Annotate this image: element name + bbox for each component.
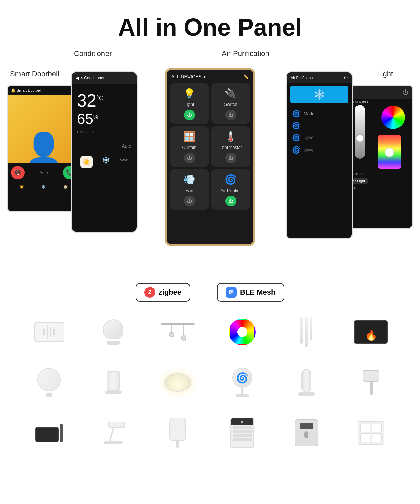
fan-power-button[interactable]: ⏻ bbox=[184, 196, 195, 206]
switch-device-name: Switch bbox=[224, 102, 237, 107]
fan-icon: ❄️ bbox=[41, 185, 46, 189]
bluetooth-icon: 𝔅 bbox=[226, 287, 237, 298]
light-power-button[interactable]: ⏻ bbox=[184, 110, 195, 120]
globe-cam-shape bbox=[37, 368, 61, 397]
cylinder-body bbox=[107, 371, 120, 391]
wave-mode-icon[interactable]: 〰️ bbox=[120, 156, 128, 168]
auto-label: Auto bbox=[40, 170, 48, 175]
wine-shelf-1 bbox=[233, 426, 252, 429]
coffee-nozzle bbox=[304, 431, 308, 438]
light-label: Light bbox=[377, 70, 393, 78]
security-cam-shape bbox=[363, 370, 379, 395]
conditioner-main: 32°C 65% PM2.5 | 81 bbox=[72, 84, 137, 141]
dispenser-shape bbox=[169, 418, 186, 448]
sec-cam-body bbox=[363, 370, 379, 382]
fan-mode-icon[interactable]: ❄️ bbox=[102, 156, 110, 168]
tube-shape bbox=[300, 317, 312, 347]
fan-speed-item-4: 🌀 (ppm) bbox=[292, 146, 346, 154]
wine-fridge-top: ▦ bbox=[231, 418, 253, 425]
coffee-screen bbox=[300, 423, 313, 429]
fan-device-icon: 💨 bbox=[183, 174, 195, 185]
brightness-handle[interactable] bbox=[356, 134, 364, 142]
device-card-curtain: 🪟 Curtain ⏻ bbox=[170, 126, 209, 167]
thermostat-device-name: Thermostat bbox=[220, 145, 242, 150]
spectrum-handle[interactable] bbox=[385, 148, 394, 157]
device-thumb-track-light bbox=[149, 312, 207, 352]
air-purification-panel: Air Purification ⏻ ❄️ 🌀 Mode 🌀 🌀 μg/m³ 🌀… bbox=[286, 71, 353, 239]
desk-lamp-head bbox=[108, 422, 125, 428]
protocols-section: Z zigbee 𝔅 BLE Mesh bbox=[0, 283, 420, 302]
switch-btn-4 bbox=[372, 433, 382, 442]
tower-fan-shape bbox=[298, 369, 315, 396]
person-icon: 👤 bbox=[25, 131, 62, 163]
back-icon: ◀ bbox=[76, 76, 79, 80]
light-device-name: Light bbox=[184, 102, 194, 107]
track-bulb-1 bbox=[169, 332, 174, 337]
bar-2 bbox=[47, 325, 48, 339]
page-title: All in One Panel bbox=[0, 0, 420, 48]
wine-shelf-2 bbox=[233, 430, 252, 433]
mode-box: ❄️ bbox=[290, 86, 348, 103]
wine-shelf-3 bbox=[233, 434, 252, 437]
fan-speed-icon-4: 🌀 bbox=[292, 146, 300, 154]
device-card-air-purifier: 🌀 Air Purifier ⏻ bbox=[211, 169, 250, 210]
dispenser-body bbox=[169, 418, 186, 441]
curtain-device-name: Curtain bbox=[182, 145, 197, 150]
cylinder-base bbox=[105, 391, 122, 394]
air-purification-label: Air Purification bbox=[222, 49, 269, 58]
color-wheel[interactable] bbox=[381, 106, 405, 129]
light-icon: 💡 bbox=[183, 88, 195, 99]
decline-button[interactable]: 📵 bbox=[11, 166, 25, 179]
air-purifier-power-button[interactable]: ⏻ bbox=[225, 196, 236, 206]
ceiling-light-shape bbox=[164, 373, 191, 392]
device-thumb-wine-fridge: ▦ bbox=[213, 413, 271, 453]
home-icon: 🏠 bbox=[63, 185, 68, 189]
doorbell-panel: 🔔 Smart Doorbell 👤 📵 Auto 📞 ☀️ ❄️ 🏠 bbox=[7, 85, 81, 212]
track-connectors bbox=[169, 325, 186, 341]
ble-label: BLE Mesh bbox=[240, 288, 276, 297]
conditioner-label: Conditioner bbox=[74, 49, 112, 58]
device-thumb-dispenser bbox=[149, 413, 207, 453]
tower-fan-body bbox=[301, 369, 311, 392]
ble-badge: 𝔅 BLE Mesh bbox=[217, 283, 284, 302]
device-thumb-desk-fan: 🌀 bbox=[213, 362, 271, 403]
device-row-3: ▦ bbox=[0, 413, 420, 453]
device-card-light: 💡 Light ⏻ bbox=[170, 83, 209, 124]
flame-icon: 🔥 bbox=[365, 329, 377, 341]
fan-speed-item-1: 🌀 Mode bbox=[292, 110, 346, 118]
sun-mode-icon[interactable]: ☀️ bbox=[80, 156, 93, 168]
device-thumb-coffee-machine bbox=[278, 413, 336, 453]
scene-option: Scene bbox=[344, 186, 408, 191]
switch-panel-shape bbox=[358, 421, 384, 445]
color-spectrum bbox=[378, 135, 401, 169]
device-card-thermostat: 🌡️ Thermostat ⏻ bbox=[211, 126, 250, 167]
thermostat-icon: 🌡️ bbox=[225, 131, 237, 142]
edit-icon[interactable]: ✏️ bbox=[243, 74, 249, 79]
curtain-icon: 🪟 bbox=[183, 131, 195, 142]
bar-3 bbox=[50, 327, 51, 337]
light-power-icon[interactable]: ⏻ bbox=[402, 89, 408, 96]
curtain-power-button[interactable]: ⏻ bbox=[184, 153, 195, 163]
switch-power-button[interactable]: ⏻ bbox=[225, 110, 236, 120]
humidity-display: 65% bbox=[77, 111, 131, 127]
panels-section: Conditioner Air Purification Smart Doorb… bbox=[0, 48, 420, 276]
switch-btn-3 bbox=[360, 433, 370, 442]
device-row-2: 🌀 bbox=[0, 362, 420, 403]
person-placeholder: 👤 bbox=[8, 95, 80, 163]
coffee-machine-shape bbox=[295, 419, 318, 446]
globe-base bbox=[46, 393, 52, 397]
desk-fan-stem bbox=[241, 388, 243, 394]
device-row-1: 🔥 bbox=[0, 312, 420, 352]
switch-btn-1 bbox=[360, 424, 370, 432]
conditioner-panel: ◀ < Conditioner 32°C 65% PM2.5 | 81 Auto… bbox=[71, 71, 138, 233]
rgb-wheel-shape bbox=[229, 319, 256, 345]
track-bulb-2 bbox=[181, 335, 186, 341]
tube-2 bbox=[305, 317, 308, 347]
sec-cam-mount bbox=[370, 382, 373, 395]
thermostat-power-button[interactable]: ⏻ bbox=[225, 153, 236, 163]
air-purifier-device-name: Air Purifier bbox=[220, 188, 241, 193]
flood-pole bbox=[60, 424, 63, 442]
flood-body bbox=[35, 427, 59, 442]
brightness-bar bbox=[355, 105, 365, 159]
smart-doorbell-label: Smart Doorbell bbox=[10, 70, 59, 78]
